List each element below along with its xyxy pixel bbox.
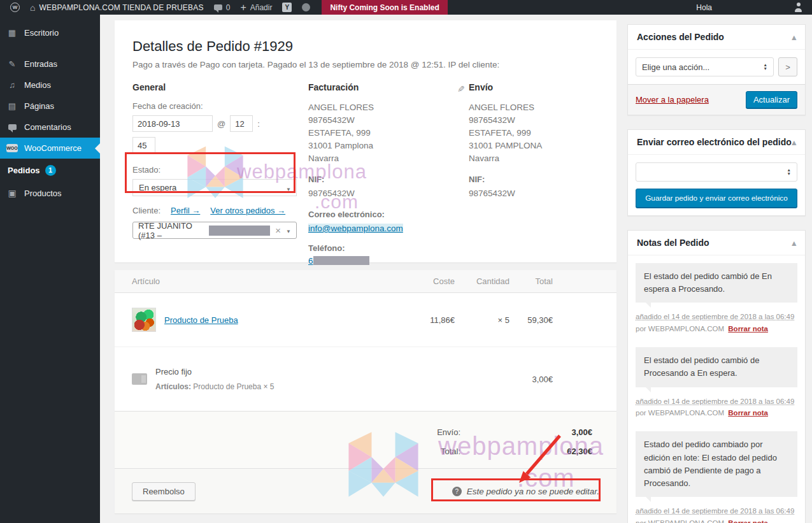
note-text: El estado del pedido cambió de En espera…: [636, 263, 797, 303]
sidebar-item-paginas[interactable]: Páginas: [0, 96, 100, 117]
chevron-down-icon: [286, 183, 291, 192]
other-orders-link[interactable]: Ver otros pedidos →: [210, 206, 285, 215]
sidebar-item-medios[interactable]: Medios: [0, 75, 100, 96]
sidebar-item-woocommerce[interactable]: WooCommerce: [0, 138, 100, 159]
orders-count-badge: 1: [45, 165, 56, 176]
billing-column: Facturación ANGEL FLORES 98765432W ESTAF…: [308, 82, 469, 266]
note-date-link[interactable]: añadido el 14 de septiembre de 2018 a la…: [636, 398, 794, 405]
fee-name: Precio fijo: [155, 367, 274, 376]
sidebar-item-productos[interactable]: Productos: [0, 182, 100, 204]
sidebar-item-label: Escritorio: [24, 28, 59, 38]
woocommerce-icon: [6, 144, 18, 152]
sidebar-item-label: Productos: [24, 189, 62, 198]
pushpin-icon: [6, 59, 18, 69]
admin-bar: WEBPAMPLONA.COM TIENDA DE PRUEBAS 0 Añad…: [0, 0, 812, 15]
action-selected-value: Elige una acción...: [642, 62, 709, 72]
order-action-select[interactable]: Elige una acción...: [636, 57, 774, 76]
edit-billing-icon[interactable]: [457, 83, 465, 95]
site-link[interactable]: WEBPAMPLONA.COM TIENDA DE PRUEBAS: [25, 0, 209, 15]
customer-select[interactable]: RTE JUANITO (#13 –: [132, 222, 297, 239]
billing-phone-row: 6: [308, 256, 453, 266]
order-date-input[interactable]: [132, 115, 213, 132]
order-notes-panel: Notas del Pedido El estado del pedido ca…: [627, 230, 806, 523]
order-payment-summary: Pago a través de Pago con tarjeta. Pagad…: [132, 60, 599, 69]
pages-icon: [6, 101, 18, 111]
user-greeting[interactable]: Hola: [696, 3, 712, 12]
fee-meta-label: Artículos:: [155, 382, 191, 391]
sidebar-item-entradas[interactable]: Entradas: [0, 54, 100, 75]
save-and-send-email-button[interactable]: Guardar pedido y enviar correo electróni…: [636, 189, 797, 208]
delete-note-link[interactable]: Borrar nota: [728, 325, 768, 333]
sidebar-item-pedidos[interactable]: Pedidos 1: [0, 159, 100, 182]
site-name: WEBPAMPLONA.COM TIENDA DE PRUEBAS: [39, 3, 203, 12]
new-content-menu[interactable]: Añadir: [235, 0, 277, 15]
collapse-toggle-icon[interactable]: [792, 32, 796, 42]
billing-email-link[interactable]: info@webpamplona.com: [308, 224, 403, 233]
apply-action-button[interactable]: >: [778, 57, 797, 76]
note-author: por WEBPAMPLONA.COM: [636, 519, 724, 523]
order-hour-input[interactable]: [230, 115, 253, 132]
table-row-line-item: Producto de Prueba 11,86€ × 5 59,30€: [115, 293, 616, 347]
shipping-total-value: 3,00€: [460, 427, 592, 437]
new-content-label: Añadir: [250, 3, 273, 12]
item-quantity: × 5: [455, 315, 509, 325]
items-footer: Reembolso Este pedido ya no se puede edi…: [115, 468, 616, 513]
order-notes-title: Notas del Pedido: [637, 238, 709, 248]
delete-note-link[interactable]: Borrar nota: [728, 519, 768, 523]
customer-row: Cliente: Perfil → Ver otros pedidos →: [132, 206, 306, 215]
column-header-articulo: Artículo: [115, 276, 397, 286]
comments-shortcut[interactable]: 0: [209, 0, 236, 15]
refund-button[interactable]: Reembolso: [132, 482, 196, 501]
colon-symbol: :: [257, 119, 260, 129]
table-row-fee-item: Precio fijo Artículos: Producto de Prueb…: [115, 347, 616, 411]
address-line: ESTAFETA, 999: [469, 127, 599, 140]
status-selected-value: En espera: [139, 183, 176, 192]
note-author: por WEBPAMPLONA.COM: [636, 409, 724, 417]
note-date-link[interactable]: añadido el 14 de septiembre de 2018 a la…: [636, 313, 794, 320]
plugin-status-menu[interactable]: [297, 0, 315, 15]
collapse-toggle-icon[interactable]: [792, 137, 796, 147]
update-order-button[interactable]: Actualizar: [746, 91, 797, 108]
home-icon: [30, 3, 35, 13]
order-actions-panel: Acciones del Pedido Elige una acción... …: [627, 24, 806, 115]
sidebar-item-comentarios[interactable]: Comentarios: [0, 117, 100, 138]
move-to-trash-link[interactable]: Mover a la papelera: [636, 95, 709, 104]
address-line: ANGEL FLORES: [308, 101, 453, 114]
sidebar-item-label: Medios: [24, 80, 51, 90]
sidebar-item-label: Entradas: [24, 59, 57, 69]
order-side-panels: Acciones del Pedido Elige una acción... …: [627, 24, 806, 523]
sidebar-item-label: Comentarios: [24, 122, 71, 132]
note-author: por WEBPAMPLONA.COM: [636, 325, 724, 333]
page-title: Detalles de Pedido #1929: [132, 38, 599, 55]
menu-separator: [0, 43, 100, 54]
sidebar-item-label: WooCommerce: [24, 143, 82, 153]
order-email-title: Enviar correo electrónico del pedido: [637, 137, 792, 147]
coming-soon-notice[interactable]: Nifty Coming Soon is Enabled: [322, 0, 447, 15]
order-items-card: Artículo Coste Cantidad Total Producto d…: [115, 270, 616, 513]
sidebar-item-escritorio[interactable]: Escritorio: [0, 22, 100, 43]
note-date-link[interactable]: añadido el 14 de septiembre de 2018 a la…: [636, 507, 794, 515]
column-header-coste: Coste: [397, 276, 455, 286]
delete-note-link[interactable]: Borrar nota: [728, 409, 768, 417]
comments-icon: [6, 124, 18, 130]
chevron-down-icon: [286, 226, 291, 235]
media-icon: [6, 80, 18, 90]
customer-profile-link[interactable]: Perfil →: [171, 206, 200, 215]
avatar[interactable]: [794, 3, 803, 12]
redacted-customer-data: [209, 226, 270, 236]
clear-selection-icon[interactable]: [275, 225, 281, 236]
billing-phone-link[interactable]: 6: [308, 256, 313, 266]
customer-label: Cliente:: [132, 206, 160, 215]
fee-meta-value: Producto de Prueba × 5: [193, 382, 274, 391]
product-link[interactable]: Producto de Prueba: [164, 315, 238, 325]
wordpress-menu[interactable]: [5, 0, 25, 15]
address-line: Navarra: [469, 152, 599, 165]
seo-menu[interactable]: [277, 0, 297, 15]
email-type-select[interactable]: [636, 162, 797, 182]
order-minute-input[interactable]: [132, 137, 155, 154]
billing-nif-label: NIF:: [308, 175, 453, 184]
shipping-nif-value: 98765432W: [469, 187, 599, 200]
collapse-toggle-icon[interactable]: [792, 238, 796, 248]
order-status-select[interactable]: En espera: [132, 179, 297, 196]
shipping-nif-label: NIF:: [469, 175, 599, 184]
